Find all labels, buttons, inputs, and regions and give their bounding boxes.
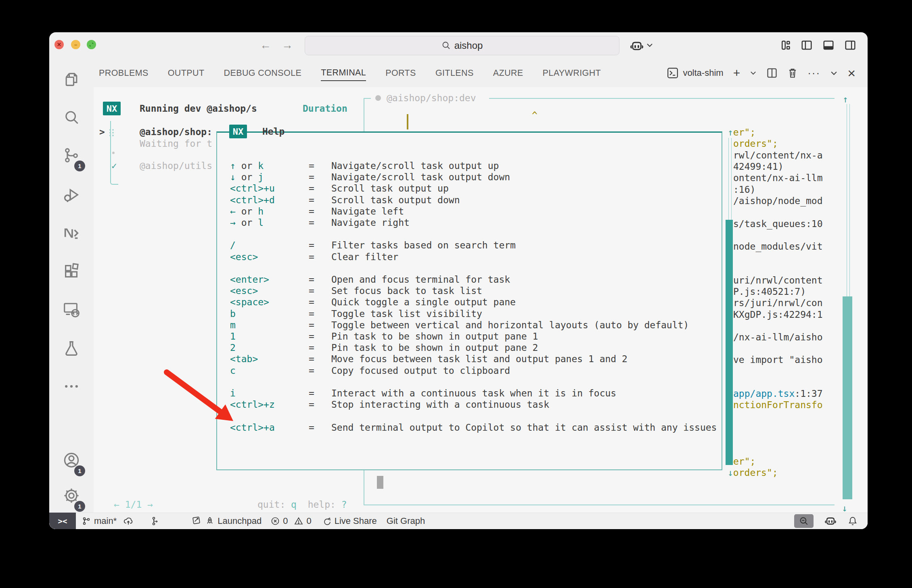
minimize-window-button[interactable]: – <box>71 40 80 49</box>
scroll-up-arrow[interactable]: ↑ <box>843 94 848 105</box>
tab-playwright[interactable]: PLAYWRIGHT <box>543 66 601 81</box>
launchpad-label: Launchpad <box>218 516 261 526</box>
panel-size-chevron-icon[interactable] <box>830 71 838 76</box>
right-scroll-thumb[interactable] <box>843 296 852 499</box>
zoom-window-button[interactable] <box>87 40 96 49</box>
help-row: b=Toggle task list visibility <box>216 308 722 319</box>
pane2-scroll-thumb[interactable] <box>726 220 733 465</box>
task-name-completed[interactable]: @aishop/utils <box>140 160 212 171</box>
pane2-header-dot-icon <box>375 95 381 101</box>
nx-footer-hints: quit: q help: ? <box>257 499 347 510</box>
search-icon <box>441 41 451 50</box>
tab-ports[interactable]: PORTS <box>385 66 416 81</box>
help-row: <ctrl>+z=Stop interacting with a continu… <box>216 399 722 410</box>
toggle-primary-sidebar-button[interactable] <box>801 40 813 51</box>
notifications-bell-icon[interactable] <box>847 515 858 527</box>
live-share-label: Live Share <box>335 516 377 526</box>
pane2-output-line: nctionForTransfo <box>733 399 823 411</box>
tab-azure[interactable]: AZURE <box>493 66 523 81</box>
more-actions-button[interactable]: ··· <box>807 67 820 79</box>
source-control-badge: 1 <box>74 161 85 171</box>
task-pager: ← 1/1 → <box>114 499 153 510</box>
pane2-border-bottom <box>364 505 835 505</box>
pane2-output-line: KXgDP.js:42294:1 <box>733 309 823 320</box>
drag-handle-icon[interactable] <box>109 128 115 137</box>
help-badge: NX <box>229 125 247 138</box>
panel-tab-bar: PROBLEMSOUTPUTDEBUG CONSOLETERMINALPORTS… <box>49 59 868 87</box>
help-title: Help <box>262 126 284 137</box>
pane2-output-line: ve import "aisho <box>733 354 823 365</box>
launch-profile-chevron-icon[interactable] <box>750 71 757 75</box>
live-share-item[interactable]: Live Share <box>322 516 377 526</box>
tab-output[interactable]: OUTPUT <box>168 66 205 81</box>
task-name-running[interactable]: @aishop/shop: <box>140 126 212 138</box>
help-row: <ctrl>+u=Scroll task output up <box>216 183 722 194</box>
help-row: 1=Pin task to be shown in output pane 1 <box>216 331 722 342</box>
error-circle-icon <box>270 516 280 526</box>
customize-layout-button[interactable] <box>780 40 792 51</box>
tab-problems[interactable]: PROBLEMS <box>99 66 149 81</box>
git-graph-item[interactable]: Git Graph <box>387 516 425 526</box>
pipelines-item[interactable] <box>151 516 160 526</box>
split-terminal-button[interactable] <box>766 67 778 79</box>
warning-triangle-icon <box>294 516 303 526</box>
additional-views-icon[interactable] <box>63 377 80 395</box>
git-branch-item[interactable]: main* <box>82 516 117 526</box>
scroll-down-arrow[interactable]: ↓ <box>842 503 847 514</box>
run-and-debug-icon[interactable] <box>62 186 81 204</box>
zoom-out-icon <box>799 516 809 526</box>
tab-gitlens[interactable]: GITLENS <box>435 66 474 81</box>
pane2-output-line: ↓orders"; <box>728 467 778 478</box>
toggle-panel-button[interactable] <box>822 40 835 51</box>
copilot-status-icon[interactable] <box>824 515 837 527</box>
pane2-output-line: app/app.tsx:1:37 <box>733 388 823 399</box>
tab-debug-console[interactable]: DEBUG CONSOLE <box>224 66 301 81</box>
git-graph-label: Git Graph <box>387 516 425 526</box>
new-terminal-button[interactable]: + <box>733 67 740 79</box>
task-spinner-dot <box>112 152 115 154</box>
kill-terminal-button[interactable] <box>787 67 798 79</box>
copilot-menu-button[interactable] <box>630 40 644 52</box>
desktop-background: ✕ – ← → aishop <box>0 0 912 588</box>
terminal-cursor <box>407 114 408 129</box>
problems-item[interactable]: 0 0 <box>270 516 312 526</box>
terminal-shell-name: volta-shim <box>683 68 723 78</box>
pane2-border-top <box>489 98 835 99</box>
sync-changes-button[interactable] <box>123 516 134 526</box>
back-button[interactable]: ← <box>260 38 271 52</box>
terminal-instance-item[interactable]: volta-shim <box>667 67 723 79</box>
extensions-icon[interactable] <box>62 262 81 281</box>
close-window-button[interactable]: ✕ <box>54 40 64 49</box>
nx-console-icon[interactable] <box>62 224 81 242</box>
warning-count: 0 <box>306 516 311 526</box>
chevron-down-icon[interactable] <box>646 43 653 48</box>
launchpad-box-icon <box>192 516 202 526</box>
testing-icon[interactable] <box>62 339 81 358</box>
help-row: <esc>=Set focus back to task list <box>216 285 722 296</box>
forward-button[interactable]: → <box>282 38 293 52</box>
explorer-icon[interactable] <box>63 71 80 88</box>
panel-tabs: PROBLEMSOUTPUTDEBUG CONSOLETERMINALPORTS… <box>99 59 601 87</box>
help-row: ↑ or k=Navigate/scroll task output up <box>216 160 722 171</box>
terminal-icon <box>667 67 679 79</box>
titlebar: ✕ – ← → aishop <box>49 32 868 59</box>
status-bar: >< main* <box>49 513 868 529</box>
pane2-output-line: 42499:41) <box>733 161 784 172</box>
search-sidebar-icon[interactable] <box>63 109 80 127</box>
panel-scrollbar-handle[interactable] <box>377 476 383 489</box>
help-row: <ctrl>+d=Scroll task output down <box>216 194 722 206</box>
screencast-zoom-button[interactable] <box>794 514 814 528</box>
error-count: 0 <box>283 516 288 526</box>
task-expand-arrow[interactable]: > <box>99 126 105 138</box>
pane2-output-line: node_modules/vit <box>733 241 823 252</box>
command-center-search[interactable]: aishop <box>305 36 619 55</box>
close-panel-button[interactable]: × <box>847 67 856 79</box>
toggle-secondary-sidebar-button[interactable] <box>844 40 856 51</box>
tab-terminal[interactable]: TERMINAL <box>321 65 366 81</box>
help-row: 2=Pin task to be shown in output pane 2 <box>216 342 722 353</box>
pane2-output-line: ↑er"; <box>728 127 755 138</box>
remote-explorer-icon[interactable] <box>62 300 81 319</box>
launchpad-item[interactable]: Launchpad <box>192 516 261 526</box>
pane2-output-line: uri/nrwl/content <box>733 275 823 286</box>
remote-indicator[interactable]: >< <box>49 513 76 529</box>
